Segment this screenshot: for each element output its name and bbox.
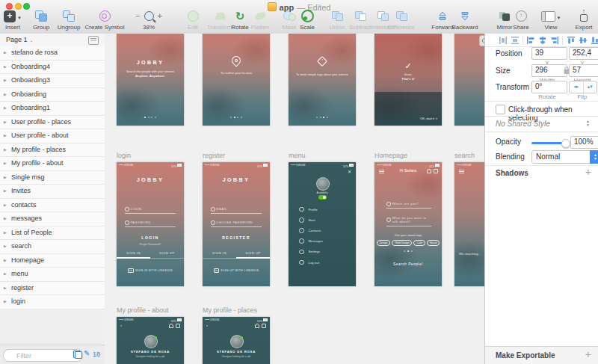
linkedin-button[interactable]: inSIGN IN WITH LINKEDIN xyxy=(117,268,184,273)
avatar[interactable] xyxy=(144,335,158,348)
layer-list-item[interactable]: ▶ Onboarding3 xyxy=(0,74,105,88)
where-field[interactable]: Where are you? xyxy=(386,202,431,209)
disclosure-triangle-icon[interactable]: ▶ xyxy=(4,185,7,198)
layer-list-item[interactable]: ▶ menu xyxy=(0,268,105,282)
scale-button[interactable]: Scale xyxy=(296,9,318,31)
disclosure-triangle-icon[interactable]: ▶ xyxy=(4,268,7,281)
disclosure-triangle-icon[interactable]: ▶ xyxy=(4,171,7,185)
stepper-icon[interactable]: ▲▼ xyxy=(586,120,590,127)
tab-sign-up[interactable]: SIGN UP xyxy=(150,251,184,255)
bell-badge-icon[interactable] xyxy=(169,324,173,328)
menu-item[interactable]: Start xyxy=(299,215,356,225)
layer-list-item[interactable]: ▶ Onboarding4 xyxy=(0,61,105,75)
view-button[interactable]: ▼ View xyxy=(537,9,565,31)
avatar[interactable] xyxy=(316,177,330,191)
backward-button[interactable]: Backward xyxy=(449,9,481,31)
disclosure-triangle-icon[interactable]: ▶ xyxy=(4,88,7,102)
artboard-search[interactable]: ••••• VIRGIN52% We searching... xyxy=(454,162,484,286)
create-symbol-button[interactable]: Create Symbol xyxy=(79,9,130,31)
email-field[interactable]: EMAIL xyxy=(211,207,262,214)
chat-icon[interactable] xyxy=(176,324,181,328)
layer-list-item[interactable]: ▶ Homepage xyxy=(0,254,105,268)
add-export-button[interactable]: + xyxy=(585,348,591,360)
layer-list-item[interactable]: ▶ Invites xyxy=(0,185,105,199)
layer-list-item[interactable]: ▶ My profile - about xyxy=(0,157,105,171)
login-button[interactable]: LOGIN xyxy=(117,235,184,240)
layer-list-item[interactable]: ▶ Onboarding1 xyxy=(0,102,105,116)
zoom-control[interactable]: − + 38% xyxy=(129,9,169,31)
artboard-title-homepage[interactable]: Homepage xyxy=(374,152,407,159)
disclosure-triangle-icon[interactable]: ▶ xyxy=(4,129,7,143)
artboard-menu[interactable]: ••••• VIRGIN52% ✕ Availability Profile S… xyxy=(289,162,356,286)
click-through-checkbox[interactable] xyxy=(496,105,505,114)
close-icon[interactable]: ✕ xyxy=(348,169,351,174)
chat-icon[interactable] xyxy=(434,169,439,173)
layer-list-item[interactable]: ▶ Single msg xyxy=(0,171,105,185)
artboard-title-profile-about[interactable]: My profile - about xyxy=(117,306,169,314)
pencil-icon[interactable]: ✎ xyxy=(84,349,90,357)
availability-toggle[interactable] xyxy=(318,195,327,200)
disclosure-triangle-icon[interactable]: ▶ xyxy=(4,212,7,226)
bell-badge-icon[interactable] xyxy=(255,324,259,328)
ok-start-button[interactable]: OK, start it› xyxy=(420,116,437,120)
layer-list-item[interactable]: ▶ My profile - places xyxy=(0,144,105,158)
x-input[interactable]: 39 xyxy=(531,47,567,60)
artboard-title-search[interactable]: search xyxy=(454,152,475,159)
back-icon[interactable]: ‹ xyxy=(206,323,208,327)
disclosure-triangle-icon[interactable]: ▶ xyxy=(4,282,7,295)
tag-pill[interactable]: Design xyxy=(377,240,391,246)
layer-list-item[interactable]: ▶ Onboarding xyxy=(0,88,105,102)
canvas[interactable]: JOBBY Search the people with your intere… xyxy=(105,34,484,364)
bell-icon[interactable] xyxy=(427,169,431,173)
align-left-icon[interactable] xyxy=(526,36,534,45)
zoom-in-icon[interactable]: + xyxy=(158,13,162,19)
menu-item[interactable]: Contacts xyxy=(299,225,356,235)
artboard-homepage[interactable]: ••••• VIRGIN52% Hi Stefano Where are you… xyxy=(374,162,442,286)
hamburger-menu-icon[interactable] xyxy=(459,170,464,175)
page-selector[interactable]: Page 1⌄ xyxy=(0,34,105,47)
search-people-button[interactable]: Search People! xyxy=(374,262,442,266)
disclosure-triangle-icon[interactable]: ▶ xyxy=(4,116,7,129)
layer-list-item[interactable]: ▶ search xyxy=(0,240,105,254)
flip-horizontal-button[interactable]: ◂▸ xyxy=(570,81,584,93)
layer-list-item[interactable]: ▶ login xyxy=(0,295,105,309)
menu-item[interactable]: Messages xyxy=(299,236,356,247)
auth-tabs[interactable]: SIGN IN SIGN UP xyxy=(117,251,184,255)
artboard-onboarding4[interactable]: ✓ Great,That's it! OK, start it› xyxy=(374,34,442,126)
disclosure-triangle-icon[interactable]: ▶ xyxy=(4,46,7,60)
opacity-slider-knob[interactable] xyxy=(561,139,570,148)
disclosure-triangle-icon[interactable]: ▶ xyxy=(4,157,7,170)
disclosure-triangle-icon[interactable]: ▶ xyxy=(4,144,7,157)
auth-tabs[interactable]: SIGN IN SIGN UP xyxy=(203,251,270,255)
distribute-vertical-icon[interactable] xyxy=(511,36,519,45)
tag-pill[interactable]: Cafe xyxy=(413,240,425,246)
page-list-icon[interactable] xyxy=(88,36,99,45)
layer-list-item[interactable]: ▶ contacts xyxy=(0,199,105,213)
artboard-login[interactable]: ••••• VIRGIN52% JOBBY LOGIN PASSWORD LOG… xyxy=(117,162,184,286)
login-field[interactable]: LOGIN xyxy=(125,207,176,214)
y-input[interactable]: 252,4 xyxy=(569,47,598,60)
insert-button[interactable]: +▼ Insert xyxy=(1,9,24,31)
add-shadow-button[interactable]: + xyxy=(585,166,591,178)
blending-select[interactable]: Normal ▲▼ xyxy=(531,150,598,164)
height-input[interactable]: 57 xyxy=(569,64,598,77)
tab-sign-in[interactable]: SIGN IN xyxy=(203,251,236,255)
export-button[interactable]: Export xyxy=(571,9,597,31)
share-button[interactable]: ↑ Share xyxy=(508,9,534,31)
layer-list-item[interactable]: ▶ User profile - places xyxy=(0,116,105,130)
tag-pill[interactable]: Web Design xyxy=(392,240,412,246)
disclosure-triangle-icon[interactable]: ▶ xyxy=(4,199,7,212)
opacity-input[interactable]: 100% xyxy=(570,136,598,149)
menu-item[interactable]: Settings xyxy=(299,247,356,257)
align-bottom-icon[interactable] xyxy=(591,36,598,45)
flip-vertical-button[interactable]: ▴▾ xyxy=(584,81,597,93)
disclosure-triangle-icon[interactable]: ▶ xyxy=(4,102,7,115)
layer-list-item[interactable]: ▶ register xyxy=(0,282,105,296)
back-icon[interactable]: ‹ xyxy=(120,323,122,327)
avatar[interactable] xyxy=(230,335,244,348)
tag-pill[interactable]: Social xyxy=(427,240,440,246)
align-center-horizontal-icon[interactable] xyxy=(538,36,546,45)
group-button[interactable]: Group xyxy=(30,9,52,31)
artboard-onboarding3[interactable]: To meet simple tags about your interest xyxy=(289,34,356,126)
filter-input[interactable] xyxy=(3,349,83,362)
